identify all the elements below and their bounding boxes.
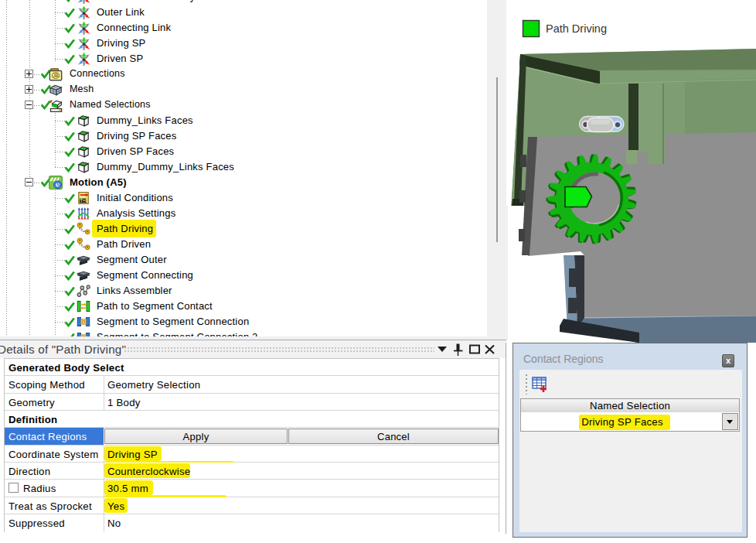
svg-text:Path Driving: Path Driving [546, 22, 607, 35]
svg-text:T=0: T=0 [80, 198, 88, 203]
